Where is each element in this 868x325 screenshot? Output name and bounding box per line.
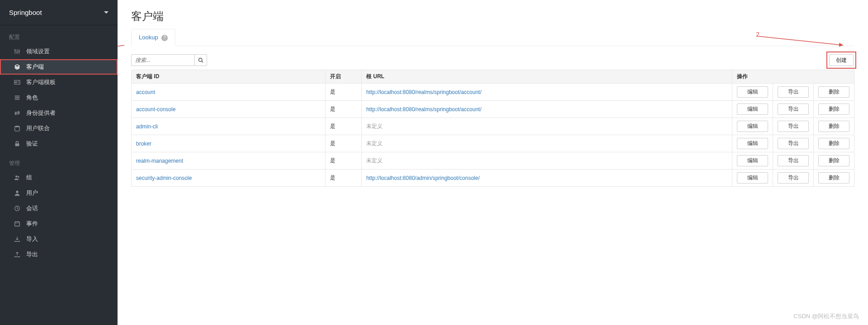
table-row: realm-management是未定义编辑导出删除 <box>132 152 854 170</box>
sidebar-item-clock[interactable]: 会话 <box>0 201 118 216</box>
edit-button[interactable]: 编辑 <box>737 172 768 184</box>
delete-button[interactable]: 删除 <box>818 104 849 115</box>
sidebar-item-label: 验证 <box>26 140 38 148</box>
base-url-cell: 未定义 <box>362 152 732 170</box>
sidebar-item-label: 组 <box>26 174 32 182</box>
sidebar-item-label: 领域设置 <box>26 47 50 56</box>
create-button[interactable]: 创建 <box>829 54 854 66</box>
sidebar-item-label: 导入 <box>26 235 38 243</box>
delete-button[interactable]: 删除 <box>818 86 849 98</box>
delete-button[interactable]: 删除 <box>818 138 849 149</box>
client-id-link[interactable]: realm-management <box>136 158 183 164</box>
svg-line-24 <box>202 61 203 62</box>
base-url-cell: 未定义 <box>362 135 732 152</box>
export-button[interactable]: 导出 <box>778 155 809 166</box>
search-group <box>131 54 207 66</box>
base-url-link[interactable]: http://localhost:8080/admin/springboot/c… <box>366 175 480 181</box>
search-icon <box>198 57 203 63</box>
edit-button[interactable]: 编辑 <box>737 121 768 132</box>
client-id-link[interactable]: security-admin-console <box>136 175 192 181</box>
tabs: Lookup ? <box>131 29 854 46</box>
svg-point-13 <box>15 126 20 127</box>
sidebar-item-lock[interactable]: 验证 <box>0 136 118 151</box>
delete-button[interactable]: 删除 <box>818 155 849 166</box>
id-card-icon <box>14 79 21 86</box>
main-content: 客户端 Lookup ? 创建 客户端 ID 开启 <box>118 0 868 325</box>
svg-rect-0 <box>15 49 15 54</box>
search-button[interactable] <box>194 54 207 66</box>
svg-point-16 <box>18 176 19 178</box>
svg-point-17 <box>16 191 18 193</box>
sidebar-item-user[interactable]: 用户 <box>0 185 118 201</box>
clock-icon <box>14 205 21 212</box>
export-button[interactable]: 导出 <box>778 121 809 132</box>
tab-lookup[interactable]: Lookup ? <box>131 29 175 46</box>
help-icon[interactable]: ? <box>161 35 168 41</box>
svg-rect-14 <box>15 143 19 146</box>
sidebar-item-export[interactable]: 导出 <box>0 247 118 262</box>
sidebar-item-calendar[interactable]: 事件 <box>0 216 118 231</box>
client-id-link[interactable]: admin-cli <box>136 123 158 130</box>
edit-button[interactable]: 编辑 <box>737 86 768 98</box>
sidebar-item-label: 用户联合 <box>26 124 50 132</box>
base-url-link[interactable]: http://localhost:8080/realms/springboot/… <box>366 89 481 95</box>
calendar-icon <box>14 220 21 227</box>
sidebar-item-import[interactable]: 导入 <box>0 231 118 247</box>
sidebar-item-label: 身份提供者 <box>26 109 56 117</box>
client-id-link[interactable]: broker <box>136 141 151 147</box>
sidebar-item-database[interactable]: 用户联合 <box>0 121 118 136</box>
table-row: admin-cli是未定义编辑导出删除 <box>132 118 854 135</box>
cube-icon <box>14 63 21 71</box>
sidebar-item-cube[interactable]: 客户端 <box>0 59 118 75</box>
realm-name: Springboot <box>9 9 42 16</box>
import-icon <box>14 236 21 243</box>
svg-rect-11 <box>15 97 20 98</box>
sidebar-item-label: 客户端模板 <box>26 78 56 86</box>
sidebar-item-label: 事件 <box>26 220 38 228</box>
export-button[interactable]: 导出 <box>778 86 809 98</box>
th-base-url: 根 URL <box>362 70 732 84</box>
clients-table: 客户端 ID 开启 根 URL 操作 account是http://localh… <box>131 70 854 187</box>
edit-button[interactable]: 编辑 <box>737 138 768 149</box>
sidebar-item-users[interactable]: 组 <box>0 170 118 185</box>
base-url-link[interactable]: http://localhost:8080/realms/springboot/… <box>366 106 481 113</box>
sidebar-item-label: 角色 <box>26 94 38 102</box>
create-highlight: 创建 <box>828 53 854 67</box>
svg-rect-1 <box>17 49 17 54</box>
user-icon <box>14 189 21 197</box>
page-title: 客户端 <box>131 9 854 24</box>
list-icon <box>14 94 21 101</box>
search-input[interactable] <box>131 54 194 66</box>
enabled-cell: 是 <box>326 170 362 187</box>
sidebar: Springboot 配置领域设置客户端客户端模板角色身份提供者用户联合验证管理… <box>0 0 118 325</box>
export-button[interactable]: 导出 <box>778 104 809 115</box>
th-client-id: 客户端 ID <box>132 70 326 84</box>
sliders-icon <box>14 48 21 55</box>
sidebar-item-sliders[interactable]: 领域设置 <box>0 44 118 59</box>
exchange-icon <box>14 109 21 117</box>
edit-button[interactable]: 编辑 <box>737 104 768 115</box>
edit-button[interactable]: 编辑 <box>737 155 768 166</box>
sidebar-item-list[interactable]: 角色 <box>0 90 118 105</box>
chevron-down-icon <box>104 11 108 14</box>
svg-rect-19 <box>15 222 20 226</box>
delete-button[interactable]: 删除 <box>818 121 849 132</box>
realm-selector[interactable]: Springboot <box>0 0 118 25</box>
sidebar-item-id-card[interactable]: 客户端模板 <box>0 75 118 90</box>
enabled-cell: 是 <box>326 152 362 170</box>
watermark: CSDN @阿松不想当菜鸟 <box>793 312 859 320</box>
enabled-cell: 是 <box>326 135 362 152</box>
sidebar-item-label: 客户端 <box>26 63 44 71</box>
toolbar: 创建 <box>131 53 854 67</box>
export-button[interactable]: 导出 <box>778 172 809 184</box>
table-row: broker是未定义编辑导出删除 <box>132 135 854 152</box>
svg-rect-3 <box>14 50 16 51</box>
sidebar-item-exchange[interactable]: 身份提供者 <box>0 105 118 121</box>
svg-rect-12 <box>15 99 20 100</box>
client-id-link[interactable]: account <box>136 89 155 95</box>
export-button[interactable]: 导出 <box>778 138 809 149</box>
delete-button[interactable]: 删除 <box>818 172 849 184</box>
client-id-link[interactable]: account-console <box>136 106 175 113</box>
table-row: security-admin-console是http://localhost:… <box>132 170 854 187</box>
svg-rect-5 <box>19 51 20 52</box>
